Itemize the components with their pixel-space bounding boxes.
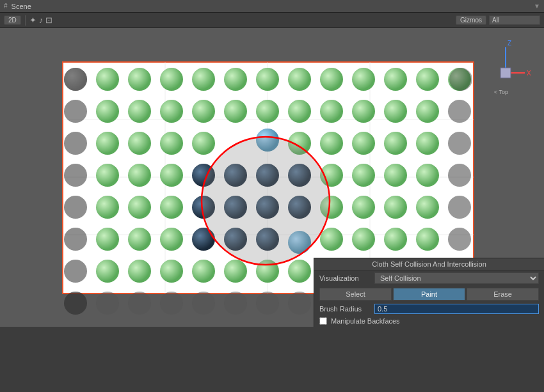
svg-point-75 — [96, 228, 119, 251]
svg-point-104 — [192, 292, 215, 315]
svg-point-74 — [64, 228, 87, 251]
speaker-icon[interactable]: ♪ — [39, 15, 44, 25]
svg-point-63 — [128, 196, 151, 219]
svg-point-62 — [96, 196, 119, 219]
visualization-select[interactable]: Self Collision — [374, 272, 539, 284]
svg-point-64 — [160, 196, 183, 219]
panel-title: Cloth Self Collision And Intercollision — [314, 258, 544, 270]
svg-point-34 — [416, 100, 439, 123]
svg-point-47 — [448, 132, 471, 155]
svg-point-44 — [352, 132, 375, 155]
svg-point-12 — [160, 68, 183, 91]
title-bar: # Scene ▼ — [0, 0, 544, 13]
svg-point-73 — [448, 196, 471, 219]
svg-point-102 — [128, 292, 151, 315]
svg-point-113 — [202, 137, 330, 265]
svg-point-100 — [64, 292, 87, 315]
svg-point-9 — [64, 68, 87, 91]
svg-point-50 — [128, 164, 151, 187]
svg-point-36 — [64, 132, 87, 155]
visualization-row: Visualization Self Collision — [314, 270, 544, 286]
svg-point-107 — [288, 292, 311, 315]
cloth-panel: Cloth Self Collision And Intercollision … — [314, 258, 544, 327]
sun-icon[interactable]: ✦ — [29, 15, 36, 25]
toolbar-separator — [25, 15, 26, 26]
svg-point-70 — [352, 196, 375, 219]
scene-view: Z X < Top Cloth Self Collision And Inter… — [0, 28, 544, 327]
svg-point-77 — [160, 228, 183, 251]
svg-point-15 — [256, 68, 279, 91]
svg-point-25 — [128, 100, 151, 123]
svg-point-92 — [224, 260, 247, 283]
tab-erase[interactable]: Erase — [467, 288, 539, 301]
svg-point-61 — [64, 196, 87, 219]
svg-point-94 — [288, 260, 311, 283]
svg-point-49 — [96, 164, 119, 187]
manipulate-backfaces-checkbox[interactable] — [319, 317, 327, 325]
svg-point-24 — [96, 100, 119, 123]
svg-point-58 — [384, 164, 407, 187]
brush-radius-input[interactable]: 0.5 — [374, 304, 539, 314]
tab-paint[interactable]: Paint — [393, 288, 465, 301]
svg-point-103 — [160, 292, 183, 315]
svg-point-106 — [256, 292, 279, 315]
svg-point-51 — [160, 164, 183, 187]
svg-point-72 — [416, 196, 439, 219]
svg-text:< Top: < Top — [494, 89, 508, 95]
svg-point-87 — [64, 260, 87, 283]
expand-icon[interactable]: ▼ — [534, 3, 540, 10]
manipulate-backfaces-row: Manipulate Backfaces — [314, 315, 544, 327]
svg-point-84 — [384, 228, 407, 251]
svg-point-19 — [384, 68, 407, 91]
toolbar-right: Gizmos — [456, 15, 540, 25]
brush-radius-label: Brush Radius — [319, 305, 371, 313]
svg-point-13 — [192, 68, 215, 91]
window-title: Scene — [12, 3, 31, 10]
svg-point-18 — [352, 68, 375, 91]
camera-icon[interactable]: ⊡ — [45, 15, 52, 25]
svg-text:Z: Z — [508, 40, 511, 47]
svg-point-88 — [96, 260, 119, 283]
svg-point-46 — [416, 132, 439, 155]
mode-2d-button[interactable]: 2D — [4, 15, 21, 25]
svg-point-90 — [160, 260, 183, 283]
svg-point-40 — [192, 132, 215, 155]
svg-point-20 — [416, 68, 439, 91]
svg-point-89 — [128, 260, 151, 283]
svg-point-17 — [320, 68, 343, 91]
svg-point-28 — [224, 100, 247, 123]
svg-point-10 — [96, 68, 119, 91]
svg-point-101 — [96, 292, 119, 315]
svg-point-48 — [64, 164, 87, 187]
svg-point-23 — [64, 100, 87, 123]
manipulate-backfaces-label: Manipulate Backfaces — [331, 317, 400, 325]
svg-point-14 — [224, 68, 247, 91]
svg-point-60 — [448, 164, 471, 187]
brush-radius-row: Brush Radius 0.5 — [314, 302, 544, 315]
svg-point-37 — [96, 132, 119, 155]
svg-point-16 — [288, 68, 311, 91]
svg-point-11 — [128, 68, 151, 91]
svg-text:X: X — [527, 70, 531, 77]
svg-point-91 — [192, 260, 215, 283]
svg-point-31 — [320, 100, 343, 123]
search-input[interactable] — [489, 15, 540, 25]
svg-rect-118 — [500, 68, 511, 78]
svg-point-27 — [192, 100, 215, 123]
svg-point-71 — [384, 196, 407, 219]
brush-tabs: Select Paint Erase — [314, 286, 544, 302]
svg-point-45 — [384, 132, 407, 155]
svg-point-57 — [352, 164, 375, 187]
tab-select[interactable]: Select — [319, 288, 392, 301]
svg-point-59 — [416, 164, 439, 187]
toolbar: 2D ✦ ♪ ⊡ Gizmos — [0, 13, 544, 28]
svg-point-43 — [320, 132, 343, 155]
svg-point-30 — [288, 100, 311, 123]
svg-point-105 — [224, 292, 247, 315]
svg-point-35 — [448, 100, 471, 123]
visualization-label: Visualization — [319, 274, 371, 282]
svg-point-39 — [160, 132, 183, 155]
gizmos-button[interactable]: Gizmos — [456, 15, 486, 25]
scene-icon: # — [4, 3, 8, 10]
svg-point-38 — [128, 132, 151, 155]
